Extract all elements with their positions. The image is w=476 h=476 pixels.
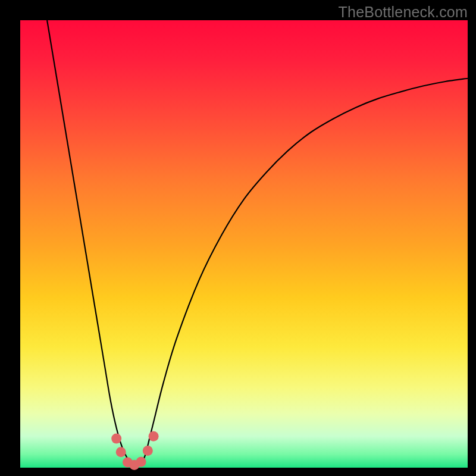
- marker-dot: [149, 431, 159, 441]
- curve-right-branch: [141, 79, 468, 465]
- curve-layer: [20, 20, 468, 468]
- marker-dot: [111, 434, 121, 444]
- chart-frame: TheBottleneck.com: [0, 0, 476, 476]
- plot-area: [20, 20, 468, 468]
- marker-dot: [116, 447, 126, 457]
- marker-dots: [111, 431, 158, 470]
- watermark-text: TheBottleneck.com: [339, 4, 468, 21]
- marker-dot: [143, 446, 153, 456]
- curve-left-branch: [47, 20, 132, 465]
- marker-dot: [136, 457, 146, 467]
